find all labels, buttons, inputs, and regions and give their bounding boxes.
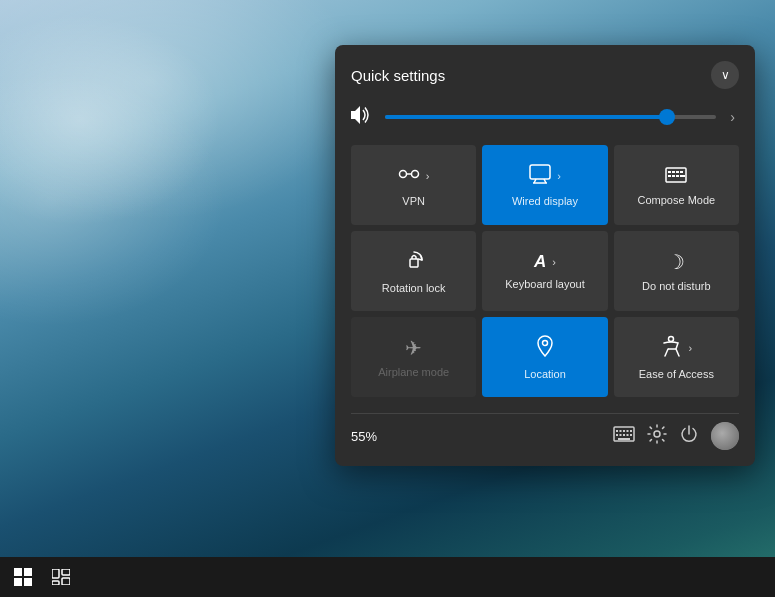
vpn-icon [398, 164, 420, 189]
volume-thumb[interactable] [659, 109, 675, 125]
volume-track [385, 115, 716, 119]
ease-of-access-icon [660, 335, 682, 362]
tile-keyboard-layout[interactable]: A › Keyboard layout [482, 231, 607, 311]
tile-icon-row-airplane: ✈ [405, 336, 422, 360]
volume-slider[interactable] [385, 115, 716, 119]
tile-icon-row-ease: › [660, 335, 692, 362]
svg-rect-30 [616, 430, 618, 432]
tile-icon-row-dnd: ☽ [667, 250, 685, 274]
svg-rect-21 [668, 175, 671, 177]
chevron-down-icon: ∨ [721, 68, 730, 82]
volume-chevron-icon[interactable]: › [726, 105, 739, 129]
tile-airplane-mode[interactable]: ✈ Airplane mode [351, 317, 476, 397]
tile-location-label: Location [524, 368, 566, 381]
svg-rect-35 [616, 434, 618, 436]
volume-icon [351, 106, 375, 129]
svg-point-26 [542, 340, 547, 345]
tile-rotation-lock[interactable]: Rotation lock [351, 231, 476, 311]
tile-icon-row-wired: › [529, 164, 561, 189]
wired-display-icon [529, 164, 551, 189]
vpn-chevron-icon[interactable]: › [426, 170, 430, 182]
svg-rect-2 [14, 578, 22, 586]
panel-header: Quick settings ∨ [351, 61, 739, 89]
svg-rect-18 [672, 171, 675, 173]
tile-icon-row-keyboard: A › [534, 252, 556, 272]
svg-rect-3 [24, 578, 32, 586]
battery-percentage: 55% [351, 429, 377, 444]
rotation-lock-icon [403, 249, 425, 276]
svg-rect-38 [627, 434, 629, 436]
start-button[interactable] [8, 562, 38, 592]
expand-button[interactable]: ∨ [711, 61, 739, 89]
tile-vpn-label: VPN [402, 195, 425, 208]
tile-do-not-disturb[interactable]: ☽ Do not disturb [614, 231, 739, 311]
svg-rect-33 [627, 430, 629, 432]
ease-of-access-chevron-icon[interactable]: › [688, 342, 692, 354]
quick-settings-panel: Quick settings ∨ › [335, 45, 755, 466]
svg-rect-5 [62, 569, 70, 575]
tile-ease-of-access[interactable]: › Ease of Access [614, 317, 739, 397]
tile-compose-mode[interactable]: Compose Mode [614, 145, 739, 225]
avatar-image [711, 422, 739, 450]
svg-rect-7 [52, 581, 59, 585]
svg-rect-31 [620, 430, 622, 432]
tile-location[interactable]: Location [482, 317, 607, 397]
power-footer-icon[interactable] [679, 424, 699, 449]
svg-rect-23 [676, 175, 679, 177]
compose-mode-icon [665, 165, 687, 188]
svg-rect-17 [668, 171, 671, 173]
tile-icon-row-rotation [403, 249, 425, 276]
svg-rect-22 [672, 175, 675, 177]
tile-ease-of-access-label: Ease of Access [639, 368, 714, 381]
svg-point-41 [654, 431, 660, 437]
keyboard-footer-icon[interactable] [613, 426, 635, 447]
tile-vpn[interactable]: › VPN [351, 145, 476, 225]
panel-footer: 55% [351, 413, 739, 450]
keyboard-layout-icon: A [534, 252, 546, 272]
tile-wired-display[interactable]: › Wired display [482, 145, 607, 225]
user-avatar[interactable] [711, 422, 739, 450]
tile-rotation-lock-label: Rotation lock [382, 282, 446, 295]
svg-rect-39 [630, 434, 632, 436]
svg-rect-34 [630, 430, 632, 432]
keyboard-layout-chevron-icon[interactable]: › [552, 256, 556, 268]
svg-rect-0 [14, 568, 22, 576]
taskbar [0, 557, 775, 597]
svg-rect-19 [676, 171, 679, 173]
svg-marker-8 [351, 106, 360, 124]
svg-point-10 [411, 170, 418, 177]
svg-rect-25 [410, 259, 418, 267]
settings-footer-icon[interactable] [647, 424, 667, 449]
tile-do-not-disturb-label: Do not disturb [642, 280, 710, 293]
location-icon [536, 335, 554, 362]
svg-rect-1 [24, 568, 32, 576]
svg-rect-20 [680, 171, 683, 173]
svg-rect-24 [680, 175, 685, 177]
volume-fill [385, 115, 667, 119]
panel-title: Quick settings [351, 67, 445, 84]
tile-airplane-mode-label: Airplane mode [378, 366, 449, 379]
svg-rect-37 [623, 434, 625, 436]
tile-wired-display-label: Wired display [512, 195, 578, 208]
airplane-mode-icon: ✈ [405, 336, 422, 360]
tile-keyboard-layout-label: Keyboard layout [505, 278, 585, 291]
task-view-button[interactable] [46, 562, 76, 592]
svg-rect-36 [620, 434, 622, 436]
tile-icon-row-location [536, 335, 554, 362]
volume-row: › [351, 105, 739, 129]
tile-icon-row-vpn: › [398, 164, 430, 189]
svg-rect-40 [618, 438, 630, 440]
svg-rect-12 [530, 165, 550, 179]
tile-icon-row-compose [665, 165, 687, 188]
wired-display-chevron-icon[interactable]: › [557, 170, 561, 182]
svg-rect-32 [623, 430, 625, 432]
do-not-disturb-icon: ☽ [667, 250, 685, 274]
tile-compose-mode-label: Compose Mode [638, 194, 716, 207]
svg-rect-6 [62, 578, 70, 585]
svg-point-27 [669, 336, 674, 341]
svg-point-9 [399, 170, 406, 177]
footer-icons [613, 422, 739, 450]
svg-rect-4 [52, 569, 59, 578]
tiles-grid: › VPN › Wired display [351, 145, 739, 397]
